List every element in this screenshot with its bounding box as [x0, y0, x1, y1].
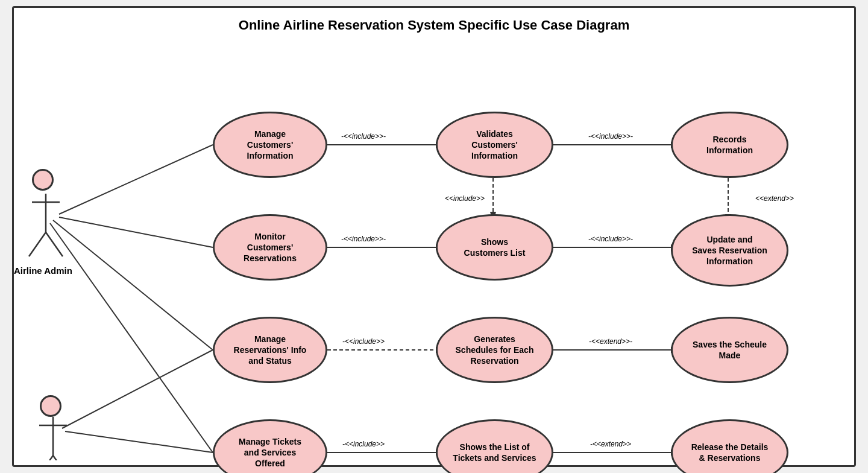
usecase-saves-schedule-made: Saves the Scheule Made	[671, 317, 788, 383]
svg-text:-<<include>>-: -<<include>>-	[341, 235, 386, 243]
diagram-container: Online Airline Reservation System Specif…	[12, 6, 856, 467]
actor-airline-admin-label: Airline Admin	[14, 265, 72, 276]
svg-line-7	[53, 456, 70, 460]
actor-airline-admin-head	[32, 169, 54, 191]
svg-text:<<extend>>: <<extend>>	[755, 194, 794, 203]
svg-text:-<<include>>: -<<include>>	[342, 440, 385, 448]
actor-customer-head	[40, 395, 61, 417]
usecase-update-saves-reservation: Update and Saves Reservation Information	[671, 214, 788, 287]
usecase-records-information: Records Information	[671, 112, 788, 178]
svg-line-13	[62, 350, 213, 428]
svg-text:-<<include>>-: -<<include>>-	[588, 235, 633, 243]
usecase-release-details-reservations: Release the Details & Reservations	[671, 419, 788, 473]
svg-line-8	[59, 145, 213, 214]
svg-text:-<<include>>: -<<include>>	[342, 337, 385, 346]
usecase-validates-customers-info: Validates Customers' Information	[436, 112, 553, 178]
svg-text:-<<include>>-: -<<include>>-	[588, 132, 633, 141]
svg-line-3	[46, 232, 63, 256]
usecase-shows-list-tickets: Shows the List of Tickets and Services	[436, 419, 553, 473]
usecase-manage-customers-info: Manage Customers' Information	[213, 112, 327, 178]
svg-text:-<<extend>>-: -<<extend>>-	[589, 337, 632, 346]
svg-line-9	[59, 217, 213, 247]
svg-line-12	[65, 431, 213, 452]
diagram-area: -<<include>>- -<<include>>- <<extend>> <…	[14, 39, 854, 460]
svg-text:-<<include>>-: -<<include>>-	[341, 132, 386, 141]
svg-line-10	[53, 220, 213, 350]
actor-airline-admin	[32, 169, 54, 191]
svg-line-6	[36, 456, 53, 460]
usecase-monitor-customers-reservations: Monitor Customers' Reservations	[213, 214, 327, 281]
usecase-shows-customers-list: Shows Customers List	[436, 214, 553, 281]
diagram-title: Online Airline Reservation System Specif…	[14, 8, 854, 39]
actor-customer	[40, 395, 61, 417]
usecase-generates-schedules: Generates Schedules for Each Reservation	[436, 317, 553, 383]
usecase-manage-tickets-services: Manage Tickets and Services Offered	[213, 419, 327, 473]
svg-line-11	[50, 223, 213, 452]
usecase-manage-reservations-info: Manage Reservations' Info and Status	[213, 317, 327, 383]
svg-text:<<include>>: <<include>>	[445, 194, 485, 203]
svg-line-2	[29, 232, 46, 256]
svg-text:-<<extend>>: -<<extend>>	[590, 440, 631, 448]
